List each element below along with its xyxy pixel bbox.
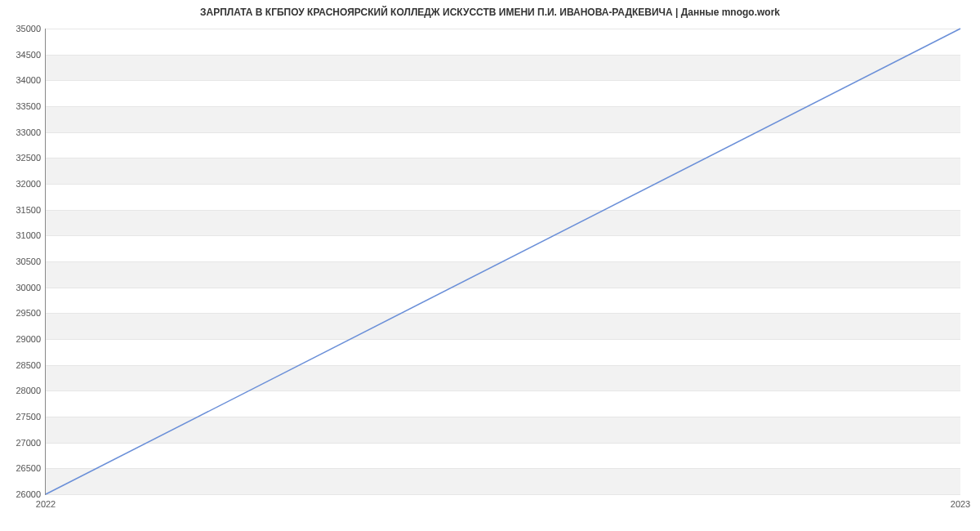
y-tick-label: 34000 [16, 75, 41, 85]
y-tick-label: 27500 [16, 412, 41, 422]
y-tick-label: 30500 [16, 257, 41, 266]
y-tick-label: 28000 [16, 386, 41, 395]
y-tick-label: 31000 [16, 230, 41, 240]
x-tick-label: 2023 [951, 499, 970, 509]
x-tick-label: 2022 [36, 499, 56, 509]
plot-area: 2600026500270002750028000285002900029500… [45, 29, 960, 495]
y-tick-label: 32000 [16, 179, 41, 189]
gridline [46, 494, 960, 495]
salary-line-chart: ЗАРПЛАТА В КГБПОУ КРАСНОЯРСКИЙ КОЛЛЕДЖ И… [0, 0, 980, 531]
y-tick-label: 35000 [16, 24, 41, 33]
y-tick-label: 32500 [16, 153, 41, 163]
y-tick-label: 26500 [16, 463, 41, 473]
y-tick-label: 33000 [16, 127, 41, 137]
data-line [46, 29, 960, 494]
y-tick-label: 30000 [16, 283, 41, 292]
y-tick-label: 33500 [16, 101, 41, 111]
y-tick-label: 26000 [16, 489, 41, 499]
y-tick-label: 27000 [16, 438, 41, 448]
y-tick-label: 34500 [16, 50, 41, 60]
y-tick-label: 31500 [16, 205, 41, 215]
y-tick-label: 29500 [16, 308, 41, 318]
y-tick-label: 29000 [16, 334, 41, 344]
y-tick-label: 28500 [16, 360, 41, 370]
chart-title: ЗАРПЛАТА В КГБПОУ КРАСНОЯРСКИЙ КОЛЛЕДЖ И… [0, 7, 980, 18]
